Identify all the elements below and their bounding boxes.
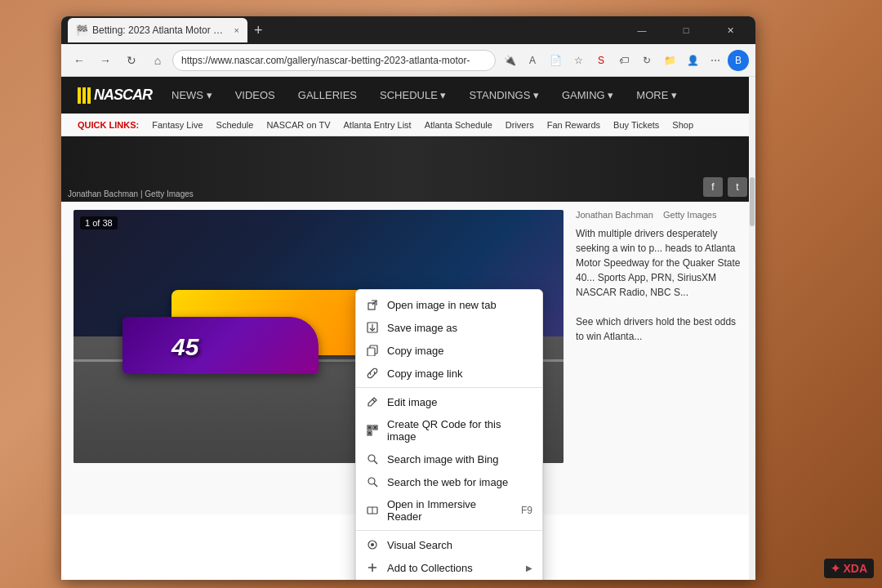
menu-edit-image[interactable]: Edit image — [356, 390, 542, 413]
svg-rect-12 — [368, 432, 371, 434]
save-image-icon — [366, 321, 379, 334]
profile-icon[interactable]: 👤 — [682, 50, 703, 71]
quick-link-schedule[interactable]: Schedule — [216, 120, 254, 130]
favorites-icon[interactable]: ☆ — [568, 50, 589, 71]
gallery-description: With multiple drivers desperately seekin… — [576, 226, 743, 344]
more-icon[interactable]: ⋯ — [705, 50, 726, 71]
coupon-icon[interactable]: 🏷 — [613, 50, 635, 71]
immersive-reader-icon — [366, 504, 379, 517]
menu-separator-1 — [356, 387, 542, 388]
twitter-icon[interactable]: t — [728, 177, 747, 197]
svg-line-14 — [374, 461, 377, 464]
menu-separator-2 — [356, 530, 542, 531]
edit-image-icon — [366, 395, 379, 408]
nav-standings[interactable]: STANDINGS ▾ — [466, 89, 542, 101]
refresh-button[interactable]: ↻ — [120, 49, 143, 72]
tab-favicon: 🏁 — [76, 24, 87, 36]
copilot-icon[interactable]: B — [728, 50, 749, 71]
menu-edit-image-label: Edit image — [387, 396, 532, 408]
svg-point-13 — [368, 455, 375, 461]
reader-icon[interactable]: 📄 — [545, 50, 566, 71]
menu-visual-search[interactable]: Visual Search — [356, 533, 542, 556]
quick-link-tickets[interactable]: Buy Tickets — [613, 120, 659, 130]
logo-text: NASCAR — [94, 87, 152, 104]
menu-copy-link-label: Copy image link — [387, 368, 532, 380]
logo-stripe-2 — [82, 87, 86, 104]
menu-add-collections[interactable]: Add to Collections ▶ — [356, 556, 542, 579]
quick-link-shop[interactable]: Shop — [672, 120, 693, 130]
social-icons: f t — [703, 177, 747, 197]
quick-link-atlanta[interactable]: Atlanta Schedule — [425, 120, 492, 130]
facebook-icon[interactable]: f — [703, 177, 723, 197]
quick-link-fantasy[interactable]: Fantasy Live — [152, 120, 203, 130]
quick-link-rewards[interactable]: Fan Rewards — [547, 120, 600, 130]
search-bing-icon — [366, 452, 379, 466]
xda-logo-text: ✦ — [831, 562, 840, 575]
copy-link-icon — [366, 367, 379, 380]
svg-rect-10 — [374, 426, 376, 429]
browser-window: 🏁 Betting: 2023 Atlanta Motor Spi... × +… — [61, 16, 755, 580]
svg-point-20 — [371, 543, 374, 546]
maximize-button[interactable]: □ — [667, 18, 705, 42]
update-icon[interactable]: ↻ — [636, 50, 657, 71]
nav-galleries[interactable]: GALLERIES — [295, 89, 360, 101]
forward-button[interactable]: → — [94, 49, 117, 72]
menu-share[interactable]: Share — [356, 579, 542, 580]
close-button[interactable]: ✕ — [711, 18, 749, 42]
scrollbar-thumb[interactable] — [750, 177, 755, 226]
quick-links-bar: QUICK LINKS: Fantasy Live Schedule NASCA… — [61, 114, 755, 136]
nascar-logo[interactable]: NASCAR — [78, 87, 152, 104]
quick-link-drivers[interactable]: Drivers — [506, 120, 534, 130]
nav-news[interactable]: NEWS ▾ — [168, 89, 216, 101]
svg-rect-5 — [368, 348, 375, 356]
nav-videos[interactable]: VIDEOS — [232, 89, 278, 101]
hero-area: Jonathan Bachman | Getty Images f t — [61, 136, 755, 202]
collections-icon — [366, 561, 379, 574]
collections-arrow-icon: ▶ — [526, 564, 532, 572]
quick-link-entry[interactable]: Atlanta Entry List — [343, 120, 411, 130]
back-button[interactable]: ← — [68, 49, 91, 72]
menu-search-web-label: Search the web for image — [387, 476, 532, 488]
menu-save-image[interactable]: Save image as — [356, 316, 542, 339]
menu-open-new-tab[interactable]: Open image in new tab — [356, 293, 542, 316]
car-45-blue: 45 — [122, 302, 318, 392]
browser-tab[interactable]: 🏁 Betting: 2023 Atlanta Motor Spi... × — [68, 18, 247, 42]
menu-copy-image-label: Copy image — [387, 345, 532, 357]
nav-gaming[interactable]: GAMING ▾ — [559, 89, 617, 101]
home-button[interactable]: ⌂ — [146, 49, 169, 72]
xda-label: XDA — [843, 562, 867, 575]
page-content: NASCAR NEWS ▾ VIDEOS GALLERIES SCHEDULE … — [61, 77, 755, 580]
nav-more[interactable]: MORE ▾ — [633, 89, 680, 101]
address-input[interactable] — [172, 50, 496, 71]
extensions-icon[interactable]: 🔌 — [499, 50, 520, 71]
collections-icon[interactable]: 📁 — [659, 50, 680, 71]
image-counter: 1 of 38 — [80, 216, 118, 229]
svg-line-16 — [374, 483, 377, 487]
svg-point-15 — [368, 478, 375, 484]
logo-stripe-3 — [87, 87, 91, 104]
quick-link-tv[interactable]: NASCAR on TV — [266, 120, 330, 130]
new-tab-button[interactable]: + — [251, 22, 266, 39]
menu-search-web[interactable]: Search the web for image — [356, 470, 542, 493]
menu-search-bing[interactable]: Search image with Bing — [356, 448, 542, 470]
tab-close-button[interactable]: × — [234, 25, 239, 35]
minimize-button[interactable]: — — [623, 18, 661, 42]
car-45-body: 45 — [122, 317, 318, 374]
context-menu: Open image in new tab Save image as Copy… — [355, 289, 543, 580]
menu-immersive-reader[interactable]: Open in Immersive Reader F9 — [356, 493, 542, 528]
visual-search-icon — [366, 538, 379, 551]
svg-rect-8 — [368, 426, 371, 429]
shopping-icon[interactable]: S — [590, 50, 612, 71]
hero-photo-credit: Jonathan Bachman | Getty Images — [68, 189, 194, 198]
address-bar: ← → ↻ ⌂ 🔌 A 📄 ☆ S 🏷 ↻ 📁 👤 ⋯ B — [61, 44, 755, 77]
gallery-photographer: Jonathan Bachman — [576, 210, 653, 220]
nascar-header: NASCAR NEWS ▾ VIDEOS GALLERIES SCHEDULE … — [61, 77, 755, 114]
scrollbar[interactable] — [749, 77, 755, 580]
font-size-icon[interactable]: A — [522, 50, 543, 71]
menu-immersive-shortcut: F9 — [521, 505, 532, 516]
gallery-agency: Getty Images — [663, 210, 716, 220]
nav-schedule[interactable]: SCHEDULE ▾ — [376, 89, 449, 101]
menu-create-qr[interactable]: Create QR Code for this image — [356, 413, 542, 448]
menu-copy-image[interactable]: Copy image — [356, 339, 542, 362]
menu-copy-image-link[interactable]: Copy image link — [356, 362, 542, 385]
